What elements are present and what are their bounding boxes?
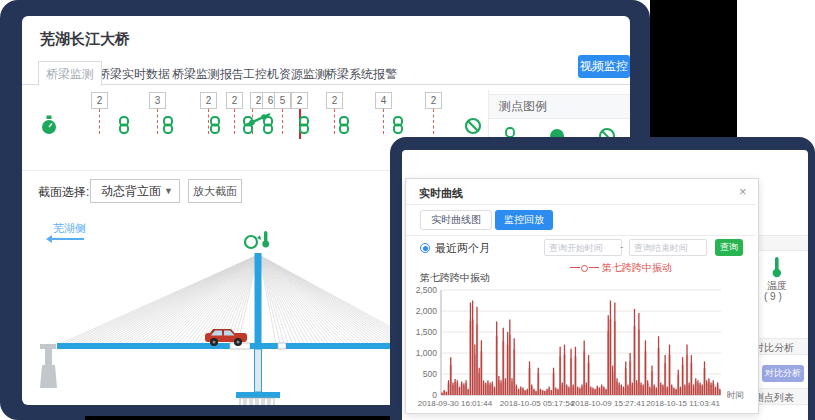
sensor-drop-line [334,109,335,134]
y-axis-tick: 1,500 [416,327,438,337]
legend-marker-icon [581,265,588,272]
point-list-label: 测点列表 [754,391,794,405]
link-sensor-icon [118,116,130,134]
enlarge-section-button[interactable]: 放大截面 [188,179,242,203]
legend-line-icon [589,267,599,269]
last-two-months-label: 最近两个月 [435,241,490,256]
bridge-deck [250,343,278,349]
y-axis-tick: 1,000 [416,348,438,358]
compare-analysis-button[interactable]: 对比分析 [762,365,804,382]
y-axis-tick: 2,000 [416,306,438,316]
vibration-chart: 05001,0001,5002,0002,5002018-09-30 16:01… [409,279,754,411]
link-sensor-icon [298,116,310,134]
sensor-count-badge: 3 [149,92,166,109]
x-axis-tick: 2018-10-05 05:17:54 [500,399,575,408]
sensor-drop-line [234,109,235,134]
link-sensor-icon [162,116,174,134]
sensor-count-badge: 2 [326,92,343,109]
link-sensor-icon [338,116,350,134]
chart-legend: 第七跨跨中振动 [536,261,706,275]
dialog-title-divider [406,204,756,205]
dialog-tabs-divider [406,235,756,236]
no-entry-icon [464,117,482,135]
background-black-area [650,0,737,140]
sidebar-band [757,235,808,251]
y-axis-tick: 2,500 [416,285,438,295]
link-sensor-icon [209,116,221,134]
legend-series-label: 第七跨跨中振动 [602,262,672,273]
sensor-count-badge: 4 [375,92,392,109]
sensor-drop-line [99,109,100,134]
link-sensor-icon [506,128,514,137]
left-pier [40,344,57,388]
tabbar-divider [22,84,630,85]
tab-bridge-system-alarm[interactable]: 桥梁系统报警 [325,66,397,83]
query-end-time-input[interactable] [629,239,707,256]
sensor-count-badge: 2 [226,92,243,109]
bridge-pylon [255,253,262,345]
chevron-down-icon: ▼ [164,180,173,202]
tab-monitor-playback[interactable]: 监控回放 [495,210,553,230]
legend-panel-title: 测点图例 [499,95,547,118]
inclinometer-icon [244,110,274,128]
thermometer-icon [770,256,784,278]
screenshot-stage: 芜湖长江大桥 桥梁监测 桥梁实时数据 桥梁监测报告 工控机资源监测 桥梁系统报警… [0,0,815,420]
tab-bridge-monitoring[interactable]: 桥梁监测 [38,61,102,86]
foundation-piles [240,398,274,405]
stopwatch-icon [40,115,58,135]
dialog-title: 实时曲线 [419,186,463,201]
query-button[interactable]: 查询 [715,239,743,256]
compare-section-label: 对比分析 [754,341,794,355]
y-axis-tick: 500 [423,369,437,379]
thermometer-icon [262,231,269,247]
tab-ipc-resource-monitor[interactable]: 工控机资源监测 [243,66,327,83]
x-axis-label: 时间 [727,390,744,400]
tab-bridge-monitor-report[interactable]: 桥梁监测报告 [172,66,244,83]
bridge-deck [57,343,230,349]
video-monitor-button[interactable]: 视频监控 [578,55,630,78]
rotation-sensor-icon [245,235,261,248]
page-title: 芜湖长江大桥 [40,30,130,49]
sensor-drop-line [282,109,283,134]
bridge-cables [62,255,420,343]
pylon-lower [255,349,262,392]
bridge-schematic [22,225,432,405]
chart-plot: 05001,0001,5002,0002,5002018-09-30 16:01… [409,279,754,411]
realtime-curve-dialog: 实时曲线 × 实时曲线图 监控回放 最近两个月 - 查询 第七跨跨中振动 第七跨… [405,178,759,414]
foundation-cap [236,392,280,398]
section-select-value: 动态背立面 [101,180,161,202]
query-start-time-input[interactable] [544,239,622,256]
deck-joint [278,343,286,349]
link-sensor-icon [392,116,404,134]
date-range-separator: - [620,241,623,252]
x-axis-tick: 2018-10-15 11:03:41 [646,399,720,408]
x-axis-tick: 2018-10-09 15:27:41 [571,399,646,408]
sensor-drop-line [433,109,434,134]
last-two-months-radio[interactable] [420,243,430,253]
close-icon[interactable]: × [739,184,747,199]
x-axis-tick: 2018-09-30 16:01:44 [418,399,493,408]
sensor-count-badge: 5 [274,92,291,109]
sensor-count-badge: 2 [91,92,108,109]
section-select-dropdown[interactable]: 动态背立面 ▼ [90,179,180,203]
temperature-count: ( 9 ) [764,291,782,302]
legend-line-icon [570,267,580,269]
sensor-drop-line [383,109,384,134]
sensor-drop-line [157,109,158,134]
sensor-count-badge: 2 [200,92,217,109]
sensor-count-badge: 2 [291,92,308,109]
tab-realtime-curve-chart[interactable]: 实时曲线图 [420,210,492,230]
legend-panel-header: 测点图例 [489,94,630,119]
sensor-count-badge: 2 [425,92,442,109]
tab-bridge-realtime-data[interactable]: 桥梁实时数据 [98,66,170,83]
section-select-label: 截面选择: [38,184,89,201]
